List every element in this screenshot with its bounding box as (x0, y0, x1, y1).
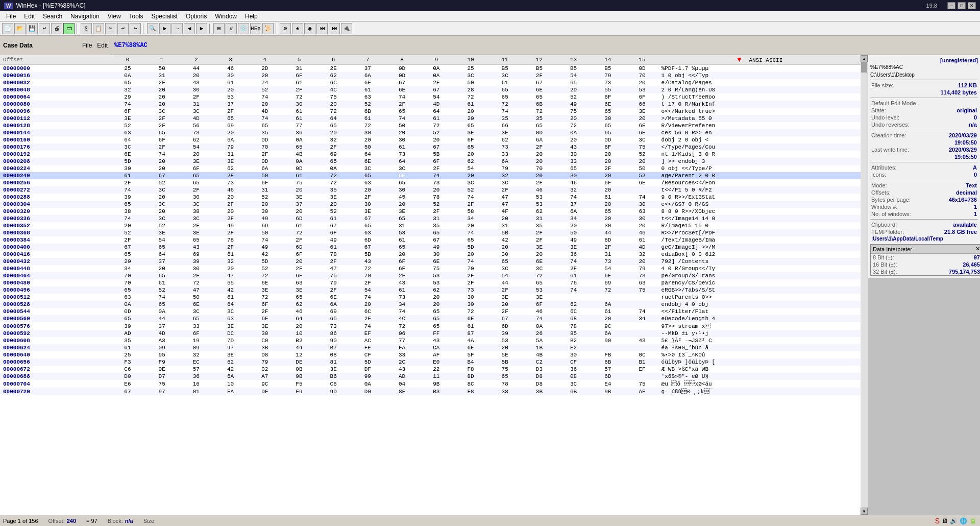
byte-cell[interactable]: 3C (385, 165, 419, 172)
byte-cell[interactable]: 30 (556, 172, 591, 179)
byte-cell[interactable]: F3 (110, 358, 144, 366)
byte-cell[interactable]: D8 (522, 373, 556, 380)
byte-cell[interactable]: D7 (145, 373, 179, 380)
byte-cell[interactable]: 20 (522, 151, 556, 158)
byte-cell[interactable]: 4A (453, 337, 487, 344)
byte-cell[interactable]: 2F (213, 108, 248, 115)
byte-cell[interactable]: 65 (351, 222, 385, 229)
byte-cell[interactable]: FA (213, 388, 248, 395)
byte-cell[interactable]: 73 (179, 129, 213, 136)
byte-cell[interactable]: 6E (179, 301, 213, 308)
scroll-track[interactable] (861, 62, 868, 508)
byte-cell[interactable]: 6C (351, 308, 385, 315)
byte-cell[interactable]: 30 (591, 222, 625, 229)
byte-cell[interactable]: 69 (213, 122, 248, 129)
byte-cell[interactable]: D0 (351, 388, 385, 395)
byte-cell[interactable]: 6E (522, 86, 556, 93)
table-row[interactable]: 0000008074203137203020522F4D61726B496E66… (0, 101, 861, 108)
byte-cell[interactable]: 2F (316, 258, 351, 265)
byte-cell[interactable]: 39 (110, 322, 144, 330)
byte-cell[interactable]: 37 (282, 201, 316, 208)
byte-cell[interactable]: 6B (522, 101, 556, 108)
byte-cell[interactable]: 54 (145, 236, 179, 244)
byte-cell[interactable]: EC (179, 358, 213, 366)
byte-cell[interactable]: 31 (488, 222, 522, 229)
byte-cell[interactable]: 20 (453, 172, 487, 179)
byte-cell[interactable]: 6F (385, 258, 419, 265)
byte-cell[interactable]: 3C (453, 179, 487, 186)
byte-cell[interactable]: 38 (179, 208, 213, 215)
byte-cell[interactable]: 47 (488, 201, 522, 208)
byte-cell[interactable]: 54 (453, 165, 487, 172)
byte-cell[interactable]: 75 (419, 265, 453, 272)
byte-cell[interactable]: 20 (419, 301, 453, 308)
byte-cell[interactable]: 0A (419, 65, 453, 73)
byte-cell[interactable]: 3C (110, 144, 144, 151)
byte-cell[interactable]: 20 (145, 93, 179, 101)
byte-cell[interactable]: 30 (488, 251, 522, 258)
byte-cell[interactable]: 0D (385, 65, 419, 73)
byte-cell[interactable]: 64 (145, 251, 179, 258)
byte-cell[interactable]: 74 (453, 194, 487, 201)
byte-cell[interactable]: 0B (282, 366, 316, 373)
byte-cell[interactable]: 2F (591, 244, 625, 251)
byte-cell[interactable]: 4B (522, 351, 556, 358)
byte-cell[interactable]: 75 (625, 144, 659, 151)
table-row[interactable]: 00000368523E3E2F50726F635365745B2F504446… (0, 229, 861, 236)
byte-cell[interactable]: 3E (282, 286, 316, 294)
byte-cell[interactable]: 53 (522, 201, 556, 208)
tool1[interactable]: ⚙ (280, 23, 291, 34)
byte-cell[interactable]: 65 (591, 129, 625, 136)
undo-button[interactable]: ↩ (117, 23, 129, 34)
byte-cell[interactable]: 04 (385, 380, 419, 388)
byte-cell[interactable]: 2F (488, 308, 522, 315)
byte-cell[interactable]: 78 (316, 251, 351, 258)
script-button[interactable]: 📜 (262, 23, 274, 34)
byte-cell[interactable]: 53 (522, 194, 556, 201)
byte-cell[interactable]: 30 (179, 86, 213, 93)
byte-cell[interactable]: 61 (351, 86, 385, 93)
byte-cell[interactable]: 0D (248, 136, 282, 144)
menu-search[interactable]: Search (39, 11, 66, 21)
byte-cell[interactable]: 33 (385, 351, 419, 358)
byte-cell[interactable]: 3C (179, 308, 213, 315)
byte-cell[interactable]: 2F (179, 186, 213, 194)
byte-cell[interactable]: 65 (419, 229, 453, 236)
byte-cell[interactable]: 30 (556, 151, 591, 158)
byte-cell[interactable]: 72 (488, 101, 522, 108)
byte-cell[interactable]: 4D (625, 244, 659, 251)
byte-cell[interactable]: 53 (385, 229, 419, 236)
byte-cell[interactable]: 61 (385, 144, 419, 151)
byte-cell[interactable]: 72 (522, 272, 556, 279)
byte-cell[interactable]: 6E (522, 258, 556, 265)
byte-cell[interactable]: 32 (316, 136, 351, 144)
byte-cell[interactable]: 74 (453, 258, 487, 265)
byte-cell[interactable]: 62 (419, 286, 453, 294)
byte-cell[interactable]: 77 (385, 337, 419, 344)
table-row[interactable]: 000005280A656E646F626A20342030206F626A e… (0, 301, 861, 308)
byte-cell[interactable]: 6F (351, 79, 385, 86)
cut-button[interactable]: ✂ (105, 23, 116, 34)
byte-cell[interactable]: 22 (419, 366, 453, 373)
byte-cell[interactable]: 65 (145, 301, 179, 308)
byte-cell[interactable]: 20 (110, 258, 144, 265)
byte-cell[interactable]: 20 (419, 136, 453, 144)
table-row[interactable]: 0000041665646961426F785B2030203020363132… (0, 251, 861, 258)
byte-cell[interactable]: 6F (248, 315, 282, 322)
byte-cell[interactable]: 30 (453, 294, 487, 301)
byte-cell[interactable]: 3E (110, 115, 144, 122)
byte-cell[interactable]: 43 (179, 244, 213, 251)
byte-cell[interactable]: 32 (110, 86, 144, 93)
byte-cell[interactable]: 70 (110, 279, 144, 286)
byte-cell[interactable]: 65 (213, 279, 248, 286)
byte-cell[interactable]: 61 (591, 194, 625, 201)
byte-cell[interactable]: 20 (453, 251, 487, 258)
byte-cell[interactable]: 3C (213, 308, 248, 315)
byte-cell[interactable]: 61 (282, 108, 316, 115)
byte-cell[interactable]: 2F (110, 179, 144, 186)
byte-cell[interactable]: 61 (591, 308, 625, 315)
byte-cell[interactable]: 65 (110, 286, 144, 294)
byte-cell[interactable]: F9 (282, 388, 316, 395)
byte-cell[interactable]: 20 (522, 158, 556, 165)
byte-cell[interactable]: 6F (282, 272, 316, 279)
